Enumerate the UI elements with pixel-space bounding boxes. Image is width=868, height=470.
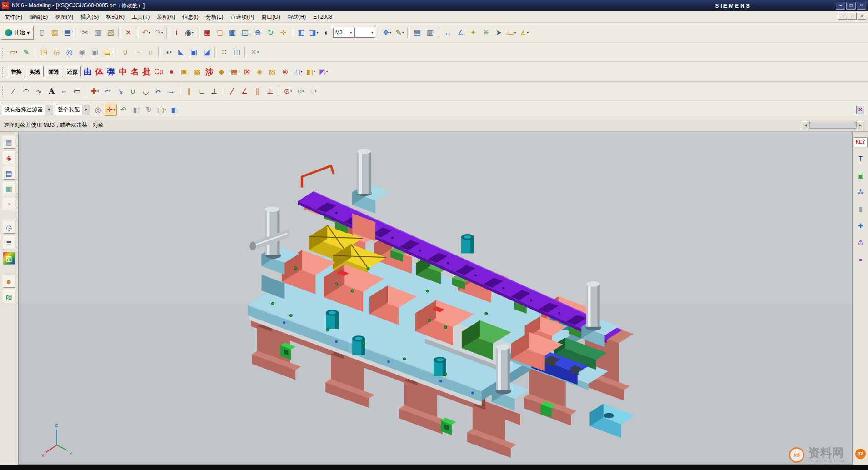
- show-shaded-button[interactable]: ◧: [168, 104, 180, 116]
- offset-curve-button[interactable]: ≈▾: [101, 85, 114, 97]
- macro-you-button[interactable]: 由: [82, 65, 93, 78]
- roles-tab[interactable]: ☻: [3, 275, 15, 288]
- copy-button[interactable]: ▥: [92, 26, 104, 39]
- zoom-box-button[interactable]: ◱: [239, 26, 251, 39]
- constraint-navigator-tab[interactable]: ◈: [3, 151, 15, 164]
- information-sheet-button[interactable]: ▤: [411, 26, 424, 39]
- assembly-navigator-tab[interactable]: ▦: [3, 136, 15, 149]
- face-transparent-button[interactable]: 面透: [45, 66, 62, 77]
- scroll-right-button[interactable]: ►: [857, 121, 864, 129]
- edit-object-display-button[interactable]: ✎▾: [394, 26, 406, 39]
- rendering-style-button[interactable]: ◨▾: [308, 26, 320, 39]
- new-file-button[interactable]: ▯: [36, 26, 48, 39]
- cylinder-tool-button[interactable]: ▮: [855, 203, 866, 215]
- mdi-restore-button[interactable]: □: [848, 12, 857, 20]
- extend-curve-button[interactable]: →: [165, 85, 177, 97]
- pad-button[interactable]: ▤: [101, 46, 114, 58]
- mdi-minimize-button[interactable]: –: [838, 12, 847, 20]
- extrude-button[interactable]: ◳: [38, 46, 50, 58]
- restore-button[interactable]: 还原: [64, 66, 81, 77]
- macro-pi-button[interactable]: 批: [141, 65, 152, 78]
- open-file-button[interactable]: ▨: [49, 26, 61, 39]
- library-button[interactable]: ◧▾: [304, 65, 317, 78]
- snap-point-toggle[interactable]: ✛▾: [105, 104, 117, 116]
- reference-set-combo[interactable]: ▾: [354, 28, 375, 38]
- command-finder-button[interactable]: i: [170, 26, 183, 39]
- check-button[interactable]: ⊠: [241, 65, 253, 78]
- prompt-scrollbar[interactable]: ◄ ►: [802, 121, 864, 130]
- perpendicular-line-button[interactable]: ⊥: [264, 85, 276, 97]
- revolve-button[interactable]: ◶: [50, 46, 63, 58]
- scenes-tab[interactable]: ▨: [3, 290, 15, 303]
- sphere-tool-button[interactable]: ●: [855, 254, 866, 265]
- move-rotate-button[interactable]: ❖▾: [381, 26, 393, 39]
- menu-view[interactable]: 视图(V): [51, 12, 77, 22]
- circle-center-button[interactable]: ⊙▾: [282, 85, 294, 97]
- datum-plane-button[interactable]: ▱▾: [7, 46, 20, 58]
- line-button[interactable]: ∕: [7, 85, 20, 97]
- red-ball-button[interactable]: ●: [165, 65, 178, 78]
- operation-navigator-tab[interactable]: ▥: [3, 182, 15, 195]
- bridge-curve-button[interactable]: ∪: [127, 85, 139, 97]
- macro-tan-button[interactable]: 弹: [105, 65, 117, 78]
- text-tool-button[interactable]: T: [855, 153, 866, 164]
- delete-face-button[interactable]: ✕▾: [249, 46, 261, 58]
- delete-button[interactable]: ✕: [122, 26, 135, 39]
- quick-trim-button[interactable]: ∥: [183, 85, 195, 97]
- paste-button[interactable]: ▧: [105, 26, 117, 39]
- spline-button[interactable]: ∿: [33, 85, 45, 97]
- point-button[interactable]: ✚▾: [89, 85, 101, 97]
- view-combo[interactable]: M3▾: [333, 28, 354, 38]
- window-layout-button[interactable]: ▦: [201, 26, 213, 39]
- selection-filter-dropdown[interactable]: 没有选择过滤器 ▼: [2, 105, 53, 115]
- window-close-button[interactable]: ×: [857, 2, 866, 10]
- wave-link-button[interactable]: ◆: [215, 65, 228, 78]
- mdi-close-button[interactable]: ×: [858, 12, 866, 20]
- part-navigator-tab[interactable]: ▤: [3, 167, 15, 180]
- circle-3pt-button[interactable]: ○▾: [294, 85, 307, 97]
- 3d-viewport[interactable]: Z X Y: [19, 132, 852, 464]
- menu-insert[interactable]: 插入(S): [77, 12, 102, 22]
- cut-button[interactable]: ✂: [79, 26, 91, 39]
- pattern-feature-button[interactable]: ∷: [218, 46, 230, 58]
- project-curve-button[interactable]: ↘: [114, 85, 126, 97]
- menu-help[interactable]: 帮助(H): [284, 12, 310, 22]
- profile-button[interactable]: ⌐: [58, 85, 70, 97]
- shaded-cube-button[interactable]: ◧: [130, 104, 142, 116]
- zoom-in-out-button[interactable]: ⊕: [252, 26, 264, 39]
- macro-ming-button[interactable]: 名: [129, 65, 140, 78]
- macro-ti-button[interactable]: 体: [94, 65, 105, 78]
- reuse-library-tab[interactable]: ◔: [3, 198, 15, 210]
- menu-tools[interactable]: 工具(T): [128, 12, 153, 22]
- macro-she-button[interactable]: 涉: [204, 65, 215, 78]
- selection-preferences-icon[interactable]: ◎: [92, 104, 104, 116]
- trim-body-button[interactable]: ◪: [200, 46, 213, 58]
- parallel-line-button[interactable]: ∥: [251, 85, 264, 97]
- tool-redx-button[interactable]: ⊗: [279, 65, 291, 78]
- mold-tool-button[interactable]: ▣: [178, 65, 190, 78]
- star-button[interactable]: ✳: [480, 26, 492, 39]
- selection-scope-dropdown[interactable]: 整个装配 ▼: [55, 105, 90, 115]
- edit-mold-button[interactable]: ▦: [228, 65, 240, 78]
- menu-assemblies[interactable]: 装配(A): [153, 12, 179, 22]
- angle-line-button[interactable]: ∠: [239, 85, 251, 97]
- key-macro-icon[interactable]: ✦: [467, 26, 479, 39]
- trim-curve-button[interactable]: ✂: [152, 85, 165, 97]
- line-2pt-button[interactable]: ╱: [226, 85, 238, 97]
- colored-balls-button[interactable]: ⁂: [855, 186, 866, 198]
- key-macro-button[interactable]: KEY: [854, 137, 868, 147]
- constraint-button[interactable]: ⊥: [208, 85, 220, 97]
- part-sheets-button[interactable]: ▥: [424, 26, 436, 39]
- ruler-button[interactable]: ▭▾: [505, 26, 518, 39]
- cascade-window-button[interactable]: ▢: [214, 26, 226, 39]
- text-button[interactable]: A: [45, 85, 58, 97]
- pan-button[interactable]: ✛: [277, 26, 289, 39]
- chamfer-button[interactable]: ◣: [175, 46, 187, 58]
- find-button[interactable]: ◉▾: [183, 26, 195, 39]
- history-tab[interactable]: ◷: [3, 221, 15, 234]
- undo-button[interactable]: ↶▾: [140, 26, 152, 39]
- arc-button[interactable]: ◠: [20, 85, 32, 97]
- dropdown-arrow-icon[interactable]: ▼: [45, 105, 53, 115]
- select-arrow-button[interactable]: ➤: [493, 26, 505, 39]
- shell-button[interactable]: ▣: [188, 46, 200, 58]
